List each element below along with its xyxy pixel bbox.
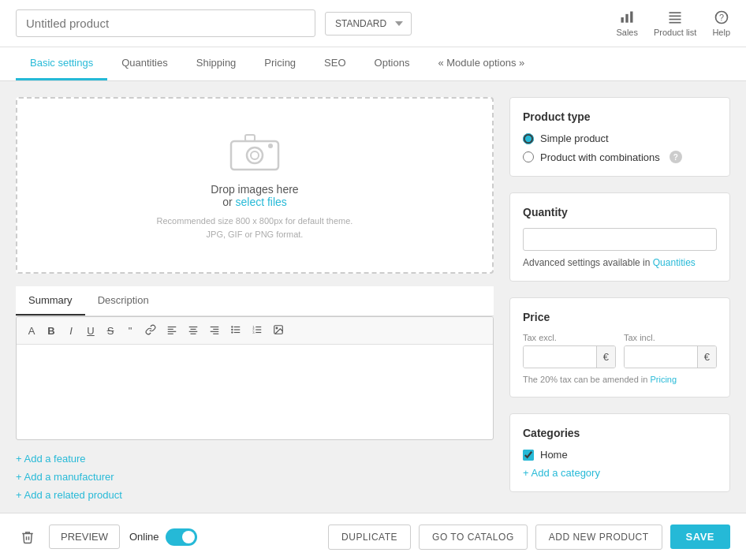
tab-seo[interactable]: SEO — [310, 47, 360, 80]
product-type-select[interactable]: STANDARD PACK VIRTUAL — [325, 12, 412, 35]
quantity-input[interactable] — [523, 228, 717, 251]
quantities-link[interactable]: Quantities — [653, 257, 696, 268]
svg-rect-29 — [234, 329, 241, 330]
toolbar-bold-btn[interactable]: B — [43, 323, 60, 338]
svg-rect-5 — [670, 19, 681, 21]
categories-title: Categories — [523, 427, 717, 439]
radio-simple-input[interactable] — [523, 133, 534, 144]
toolbar-align-center-btn[interactable] — [184, 322, 203, 339]
content-tabs-wrapper: Summary Description A B I U S " — [16, 286, 494, 440]
svg-rect-19 — [191, 329, 196, 330]
drop-hint: Recommended size 800 x 800px for default… — [157, 215, 353, 241]
drop-text: Drop images here or select files — [211, 183, 298, 208]
tab-pricing[interactable]: Pricing — [250, 47, 310, 80]
nav-product-list[interactable]: Product list — [654, 9, 696, 37]
svg-rect-18 — [189, 327, 198, 327]
add-links: + Add a feature + Add a manufacturer + A… — [16, 453, 494, 501]
toolbar-align-right-btn[interactable] — [205, 322, 224, 339]
tab-options[interactable]: Options — [360, 47, 424, 80]
tab-module-options[interactable]: « Module options » — [423, 47, 539, 80]
camera-icon — [229, 130, 280, 174]
svg-rect-35 — [256, 329, 261, 330]
svg-rect-37 — [256, 332, 261, 333]
product-title-input[interactable]: Untitled product — [16, 9, 315, 37]
svg-rect-14 — [168, 327, 177, 327]
left-panel: Drop images here or select files Recomme… — [16, 97, 494, 501]
combinations-help-badge[interactable]: ? — [670, 151, 682, 163]
toolbar-list-bullet-btn[interactable] — [226, 322, 245, 339]
product-type-radio-group: Simple product Product with combinations… — [523, 133, 717, 163]
svg-text:?: ? — [719, 13, 724, 22]
add-category-link[interactable]: + Add a category — [523, 467, 600, 479]
svg-rect-33 — [256, 327, 261, 327]
svg-rect-20 — [189, 331, 198, 332]
product-type-card: Product type Simple product Product with… — [509, 97, 730, 177]
toolbar-italic-btn[interactable]: I — [62, 323, 80, 338]
toolbar-link-btn[interactable] — [141, 322, 160, 339]
toolbar-font-btn[interactable]: A — [23, 323, 40, 338]
tabs-bar: Basic settings Quantities Shipping Prici… — [0, 47, 746, 81]
tax-excl-input-wrap: € — [523, 345, 616, 368]
topbar-left: Untitled product STANDARD PACK VIRTUAL — [16, 9, 412, 37]
radio-simple-product[interactable]: Simple product — [523, 133, 717, 144]
svg-rect-21 — [191, 334, 196, 334]
quantity-card: Quantity Advanced settings available in … — [509, 192, 730, 282]
svg-rect-17 — [168, 334, 173, 334]
svg-point-10 — [247, 147, 263, 163]
category-home-checkbox[interactable] — [523, 450, 534, 461]
svg-rect-25 — [213, 334, 218, 334]
right-panel: Product type Simple product Product with… — [509, 97, 730, 501]
list-icon — [667, 9, 683, 25]
select-files-link[interactable]: select files — [235, 196, 286, 208]
tab-summary[interactable]: Summary — [16, 286, 85, 315]
svg-point-11 — [251, 151, 259, 159]
pricing-link[interactable]: Pricing — [650, 375, 677, 384]
topbar-right: Sales Product list ? Help — [616, 9, 730, 37]
svg-rect-23 — [213, 329, 218, 330]
image-drop-zone[interactable]: Drop images here or select files Recomme… — [16, 97, 494, 274]
tax-excl-input[interactable] — [524, 346, 596, 368]
add-feature-link[interactable]: + Add a feature — [16, 453, 494, 465]
svg-rect-6 — [670, 22, 681, 24]
svg-point-26 — [231, 326, 233, 327]
toolbar-strikethrough-btn[interactable]: S — [102, 323, 119, 338]
svg-rect-16 — [168, 331, 177, 332]
nav-help[interactable]: ? Help — [712, 9, 730, 37]
price-title: Price — [523, 311, 717, 323]
toolbar-list-ordered-btn[interactable]: 1.2.3. — [248, 322, 267, 339]
product-type-title: Product type — [523, 110, 717, 123]
toolbar-image-btn[interactable] — [269, 322, 288, 339]
tab-shipping[interactable]: Shipping — [182, 47, 251, 80]
tab-description[interactable]: Description — [85, 286, 162, 315]
topbar: Untitled product STANDARD PACK VIRTUAL S… — [0, 0, 746, 47]
main-content: Drop images here or select files Recomme… — [0, 81, 746, 517]
price-row: Tax excl. € Tax incl. € — [523, 333, 717, 368]
svg-rect-15 — [168, 329, 173, 330]
category-home-item[interactable]: Home — [523, 449, 717, 461]
price-note: The 20% tax can be amended in Pricing — [523, 375, 717, 384]
tax-excl-field: Tax excl. € — [523, 333, 616, 368]
quantity-title: Quantity — [523, 206, 717, 218]
editor-toolbar: A B I U S " — [17, 317, 493, 345]
svg-rect-2 — [630, 12, 632, 23]
radio-combinations[interactable]: Product with combinations ? — [523, 151, 717, 163]
svg-point-39 — [276, 327, 278, 329]
toolbar-blockquote-btn[interactable]: " — [121, 323, 139, 338]
editor-body[interactable] — [17, 345, 493, 439]
tax-incl-input[interactable] — [625, 346, 697, 368]
toolbar-align-left-btn[interactable] — [162, 322, 181, 339]
svg-rect-3 — [670, 12, 681, 13]
nav-sales[interactable]: Sales — [616, 9, 638, 37]
add-related-product-link[interactable]: + Add a related product — [16, 489, 494, 501]
svg-rect-22 — [211, 327, 219, 327]
radio-combinations-input[interactable] — [523, 151, 534, 162]
svg-point-28 — [231, 329, 233, 330]
tab-quantities[interactable]: Quantities — [107, 47, 182, 80]
add-manufacturer-link[interactable]: + Add a manufacturer — [16, 471, 494, 483]
svg-rect-4 — [670, 16, 681, 17]
toolbar-underline-btn[interactable]: U — [82, 323, 99, 338]
svg-rect-0 — [621, 17, 624, 23]
tax-incl-currency: € — [697, 346, 716, 368]
svg-text:3.: 3. — [252, 330, 255, 334]
tab-basic-settings[interactable]: Basic settings — [16, 47, 107, 80]
